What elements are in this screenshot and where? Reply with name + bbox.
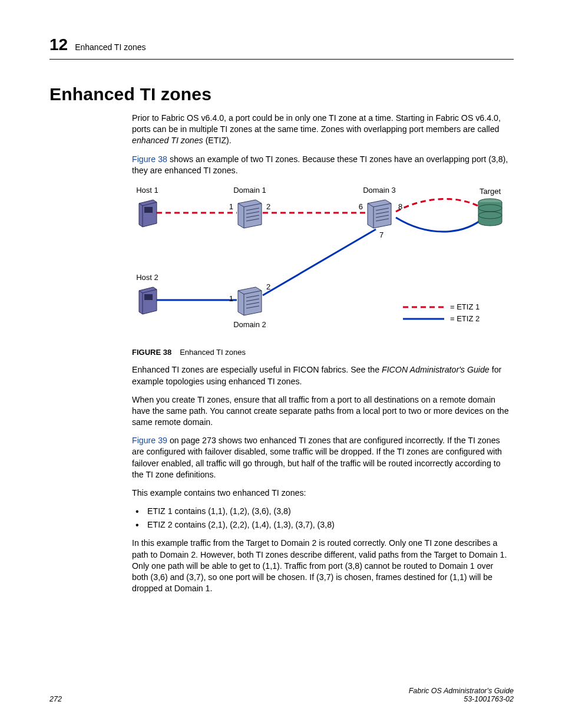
link-figure-38[interactable]: Figure 38 bbox=[132, 154, 167, 164]
svg-text:Domain 2: Domain 2 bbox=[233, 320, 266, 329]
svg-text:6: 6 bbox=[359, 202, 363, 211]
text: on page 273 shows two enhanced TI zones … bbox=[132, 436, 502, 479]
svg-text:Host 2: Host 2 bbox=[136, 273, 158, 282]
page-number: 272 bbox=[49, 695, 62, 703]
figure-number: FIGURE 38 bbox=[132, 348, 171, 357]
list-item: ETIZ 2 contains (2,1), (2,2), (1,4), (1,… bbox=[132, 519, 510, 531]
figure-38-caption: FIGURE 38Enhanced TI zones bbox=[132, 347, 510, 358]
paragraph-routing: In this example traffic from the Target … bbox=[132, 538, 510, 594]
etiz-list: ETIZ 1 contains (1,1), (1,2), (3,6), (3,… bbox=[132, 506, 510, 531]
text: Prior to Fabric OS v6.4.0, a port could … bbox=[132, 113, 501, 134]
list-item: ETIZ 1 contains (1,1), (1,2), (3,6), (3,… bbox=[132, 506, 510, 517]
running-title: Enhanced TI zones bbox=[75, 42, 146, 52]
svg-text:Host 1: Host 1 bbox=[136, 186, 158, 195]
paragraph-fig38-ref: Figure 38 shows an example of two TI zon… bbox=[132, 154, 510, 176]
figure-title: Enhanced TI zones bbox=[180, 348, 246, 357]
svg-text:Target: Target bbox=[480, 187, 501, 196]
svg-text:8: 8 bbox=[398, 202, 402, 211]
svg-rect-1 bbox=[144, 294, 153, 300]
text: (ETIZ). bbox=[203, 136, 232, 145]
text: Enhanced TI zones are especially useful … bbox=[132, 365, 382, 374]
svg-text:1: 1 bbox=[229, 202, 233, 211]
paragraph-samepath: When you create TI zones, ensure that al… bbox=[132, 394, 510, 429]
chapter-number: 12 bbox=[49, 35, 68, 54]
paragraph-ficon: Enhanced TI zones are especially useful … bbox=[132, 364, 510, 387]
svg-text:Domain 3: Domain 3 bbox=[363, 186, 396, 195]
svg-text:1: 1 bbox=[229, 294, 233, 303]
body-text: Prior to Fabric OS v6.4.0, a port could … bbox=[132, 113, 510, 594]
figure-38-diagram: 1 2 6 8 7 1 2 Host 1 Domain 1 Domain 3 T… bbox=[132, 183, 510, 341]
svg-rect-0 bbox=[144, 207, 153, 213]
paragraph-intro: Prior to Fabric OS v6.4.0, a port could … bbox=[132, 113, 510, 147]
page-footer: 272 Fabric OS Administrator's Guide 53-1… bbox=[49, 687, 514, 703]
doc-title: Fabric OS Administrator's Guide bbox=[409, 687, 514, 695]
running-header: 12 Enhanced TI zones bbox=[49, 35, 514, 60]
link-figure-39[interactable]: Figure 39 bbox=[132, 436, 167, 445]
svg-text:7: 7 bbox=[379, 230, 384, 239]
svg-text:2: 2 bbox=[266, 202, 270, 211]
term-etiz: enhanced TI zones bbox=[132, 136, 203, 145]
paragraph-fig39-ref: Figure 39 on page 273 shows two enhanced… bbox=[132, 435, 510, 480]
svg-text:= ETIZ 1: = ETIZ 1 bbox=[450, 302, 480, 311]
svg-text:Domain 1: Domain 1 bbox=[233, 186, 266, 195]
text: shows an example of two TI zones. Becaus… bbox=[132, 154, 508, 175]
paragraph-example-intro: This example contains two enhanced TI zo… bbox=[132, 487, 510, 499]
svg-text:2: 2 bbox=[266, 282, 270, 291]
svg-text:= ETIZ 2: = ETIZ 2 bbox=[450, 314, 480, 323]
section-title: Enhanced TI zones bbox=[49, 84, 514, 104]
reference-ficon-guide: FICON Administrator's Guide bbox=[382, 365, 490, 374]
doc-id: 53-1001763-02 bbox=[464, 695, 514, 703]
